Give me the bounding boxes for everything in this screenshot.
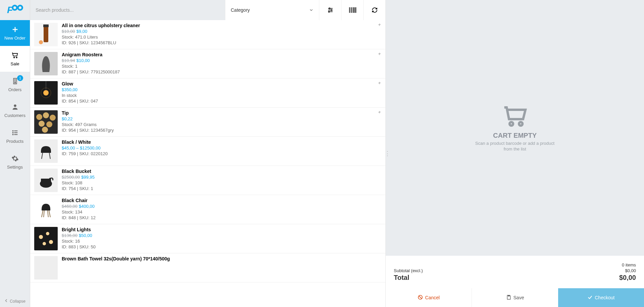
product-row[interactable]: All in one citrus upholstery cleaner$10,… [30,20,385,49]
svg-point-40 [46,121,52,127]
product-thumbnail [34,169,58,192]
product-row[interactable]: Black / White$45,00 – $12500,00ID: 759 |… [30,137,385,166]
product-old-price: $136,00 [62,233,77,238]
subtotal-label: Subtotal (excl.) [394,268,423,273]
svg-point-2 [13,57,14,58]
svg-line-62 [419,296,422,299]
product-title: Black Bucket [62,169,381,174]
product-info: Black / White$45,00 – $12500,00ID: 759 |… [62,139,381,163]
collapse-toggle[interactable]: Collapse [0,299,30,304]
product-row[interactable]: Black Chair$460,00$400,00Stock: 134ID: 8… [30,195,385,224]
refresh-icon [372,7,378,13]
pin-icon[interactable] [377,52,381,58]
product-price: $99,95 [81,175,95,180]
product-thumbnail [34,139,58,163]
sidebar-settings[interactable]: Settings [0,149,30,175]
cart-icon [11,51,19,59]
product-title: Brown Bath Towel 32s(Double yarn) 70*140… [62,256,381,261]
svg-point-14 [329,8,330,9]
product-price: $9,00 [76,29,88,34]
product-thumbnail [34,81,58,105]
product-idsku: ID: 954 | SKU: 1234567gry [62,128,381,133]
product-idsku: ID: 754 | SKU: 1 [62,186,381,191]
product-thumbnail [34,52,58,75]
searchbar: Category [30,0,385,20]
svg-point-41 [42,127,48,133]
category-dropdown[interactable]: Category [225,0,319,20]
logo[interactable]: F [0,0,30,20]
svg-point-33 [43,90,49,96]
total-label: Total [394,274,409,282]
product-row[interactable]: Anigram Roostera$10,94$10,00Stock: 1ID: … [30,49,385,78]
product-idsku: ID: 926 | SKU: 1234567BLU [62,40,381,45]
product-price: $350,00 [62,87,77,92]
product-price: $0,22 [62,116,73,121]
cancel-button[interactable]: Cancel [386,288,472,307]
pin-icon[interactable] [377,23,381,28]
empty-cart-title: CART EMPTY [493,132,537,139]
sidebar-new-order[interactable]: New Order [0,20,30,46]
product-list[interactable]: All in one citrus upholstery cleaner$10,… [30,20,385,307]
svg-rect-22 [353,7,353,13]
search-input[interactable] [30,0,225,20]
cart-actions: Cancel Save Checkout [386,288,644,307]
svg-point-60 [519,122,523,126]
product-row[interactable]: Glow$350,00In stockID: 854 | SKU: 047 [30,78,385,108]
svg-point-6 [14,105,16,107]
sidebar-customers[interactable]: Customers [0,98,30,123]
product-row[interactable]: Black Bucket$2500,00$99,95Stock: 108ID: … [30,166,385,195]
filters-button[interactable] [319,0,341,20]
subtotal-value: $0,00 [625,268,636,273]
product-thumbnail [34,198,58,221]
product-stock: Stock: 134 [62,209,381,214]
product-info: Black Chair$460,00$400,00Stock: 134ID: 8… [62,198,381,221]
svg-point-56 [49,240,53,244]
panel-resize-handle[interactable]: ⋮ [384,150,390,157]
pin-icon[interactable] [377,110,381,116]
product-idsku: ID: 854 | SKU: 047 [62,99,381,104]
total-value: $0,00 [619,274,636,282]
product-title: Tip [62,110,381,116]
save-button[interactable]: Save [472,288,558,307]
product-price-row: $10,00$9,00 [62,29,381,34]
product-row[interactable]: Bright Lights$136,00$50,00Stock: 16ID: 8… [30,224,385,253]
chevron-down-icon [309,8,314,12]
svg-point-39 [39,121,45,127]
svg-rect-53 [34,227,58,250]
barcode-button[interactable] [341,0,363,20]
product-price: $45,00 – $12500,00 [62,145,101,150]
product-title: Bright Lights [62,227,381,232]
product-row[interactable]: Tip$0,22Stock: 497 GramsID: 954 | SKU: 1… [30,108,385,137]
sidebar-products-label: Products [6,139,23,144]
product-row[interactable]: Brown Bath Towel 32s(Double yarn) 70*140… [30,253,385,283]
product-idsku: ID: 759 | SKU: 0220120 [62,151,381,156]
svg-point-18 [328,11,329,12]
product-title: Anigram Roostera [62,52,381,57]
chevron-left-icon [4,299,8,304]
product-stock: Stock: 471.0 Liters [62,35,381,40]
product-info: Bright Lights$136,00$50,00Stock: 16ID: 8… [62,227,381,250]
sidebar-settings-label: Settings [7,165,23,170]
user-icon [11,103,19,111]
product-thumbnail [34,256,58,280]
gear-icon [11,155,19,163]
sidebar-sale[interactable]: Sale [0,46,30,72]
refresh-button[interactable] [363,0,385,20]
sidebar-orders[interactable]: 1 $ Orders [0,72,30,98]
sliders-icon [327,7,334,13]
product-info: Tip$0,22Stock: 497 GramsID: 954 | SKU: 1… [62,110,381,134]
pin-icon[interactable] [377,81,381,87]
product-title: Glow [62,81,381,86]
svg-point-55 [46,232,49,235]
sidebar-products[interactable]: Products [0,123,30,149]
sidebar-new-order-label: New Order [4,36,25,41]
product-price-row: $45,00 – $12500,00 [62,145,381,150]
check-icon [587,295,593,301]
empty-cart: CART EMPTY Scan a product barcode or add… [386,0,644,256]
svg-rect-25 [356,7,356,13]
checkout-button[interactable]: Checkout [558,288,644,307]
svg-point-59 [509,122,513,126]
svg-point-36 [36,114,42,120]
plus-icon [11,25,19,34]
product-stock: Stock: 497 Grams [62,122,381,127]
